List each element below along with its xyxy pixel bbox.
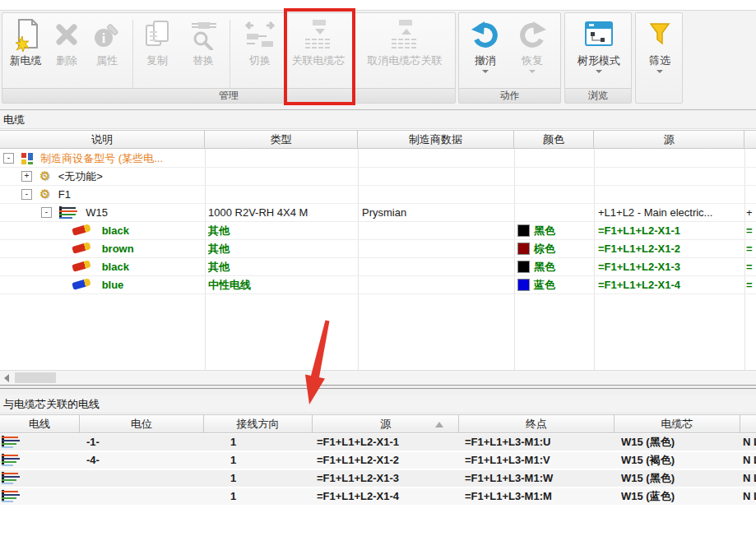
switch-icon (238, 15, 282, 54)
cell-direction: 1 (230, 434, 309, 451)
column-header-wire-source[interactable]: 源 (313, 415, 459, 433)
wire-crayon-icon (72, 242, 91, 254)
wire-row-4[interactable]: 1 =F1+L1+L2-X1-4 =F1+L1+L3-M1:M W15 (蓝色)… (0, 488, 756, 505)
cell-endpoint: =F1+L1+L3-M1:V (465, 452, 611, 469)
filter-dropdown-arrow[interactable] (656, 70, 663, 73)
wire-row-1[interactable]: -1- 1 =F1+L1+L2-X1-1 =F1+L1+L3-M1:U W15 … (0, 434, 756, 451)
wire-crayon-icon (72, 278, 91, 290)
redo-button[interactable]: 恢复 (510, 15, 554, 89)
column-header-potential[interactable]: 电位 (80, 415, 204, 433)
ribbon-group-label-browse: 浏览 (565, 88, 631, 103)
filter-button[interactable]: 筛选 (639, 15, 680, 89)
color-name: 棕色 (534, 243, 555, 255)
column-header-description[interactable]: 说明 (0, 131, 205, 149)
column-header-wire[interactable]: 电线 (0, 415, 80, 433)
expand-toggle[interactable]: + (21, 171, 32, 182)
cell-cutoff: N L (743, 434, 756, 451)
wire-row-3[interactable]: 1 =F1+L1+L2-X1-3 =F1+L1+L3-M1:W W15 (黑色)… (0, 470, 756, 487)
column-header-color[interactable]: 颜色 (514, 131, 594, 149)
filter-icon (639, 15, 680, 54)
cell-cutoff: = (746, 222, 756, 239)
annotation-highlight-box (284, 8, 355, 105)
scrollbar-left-button[interactable] (0, 371, 13, 385)
column-header-core[interactable]: 电缆芯 (615, 415, 740, 433)
new-cable-icon (2, 15, 49, 54)
delete-label: 删除 (49, 54, 85, 67)
undo-button[interactable]: 撤消 (463, 15, 508, 89)
cell-potential: -4- (86, 452, 202, 469)
cell-type: 其他 (208, 258, 355, 275)
function-gear-icon: ⚙ (39, 170, 50, 182)
unlink-cores-icon (356, 15, 453, 54)
cell-direction: 1 (230, 452, 309, 469)
color-swatch (517, 279, 530, 291)
ribbon-group-manage: 新电缆 删除 i 属性 (2, 12, 456, 104)
tree-row-no-function[interactable]: + ⚙ <无功能> (0, 168, 756, 186)
cell-type: 其他 (208, 240, 355, 257)
delete-button[interactable]: 删除 (49, 15, 85, 89)
tree-row-core-brown[interactable]: brown 其他 棕色 =F1+L1+L2-X1-2 = (0, 240, 756, 258)
tree-row-cable-w15[interactable]: - W15 1000 R2V-RH 4X4 M Prysmian +L1+L2 … (0, 204, 756, 222)
tree-row-core-black-1[interactable]: black 其他 黑色 =F1+L1+L2-X1-1 = (0, 222, 756, 240)
tree-row-manufacturer[interactable]: - 制造商设备型号 (某些电... (0, 150, 756, 168)
cell-endpoint: =F1+L1+L3-M1:M (465, 488, 611, 505)
undo-dropdown-arrow[interactable] (482, 70, 489, 73)
expand-toggle[interactable]: - (21, 189, 32, 200)
wire-row-2[interactable]: -4- 1 =F1+L1+L2-X1-2 =F1+L1+L3-M1:V W15 … (0, 452, 756, 469)
cell-endpoint: =F1+L1+L3-M1:U (465, 434, 611, 451)
row-description: F1 (58, 188, 71, 201)
replace-button[interactable]: 替换 (182, 15, 225, 89)
tree-row-core-black-2[interactable]: black 其他 黑色 =F1+L1+L2-X1-3 = (0, 258, 756, 276)
ribbon-group-filter: 筛选 (635, 12, 683, 104)
column-header-manufacturer[interactable]: 制造商数据 (358, 131, 514, 149)
unlink-cores-button[interactable]: 取消电缆芯关联 (356, 15, 453, 89)
row-description: blue (102, 279, 124, 291)
ribbon-separator (132, 20, 133, 98)
tree-mode-dropdown-arrow[interactable] (596, 70, 602, 73)
horizontal-scrollbar[interactable] (0, 370, 756, 385)
column-header-source[interactable]: 源 (594, 131, 744, 149)
cell-core: W15 (蓝色) (621, 488, 739, 505)
copy-label: 复制 (135, 54, 179, 67)
color-swatch (517, 243, 530, 255)
cell-type: 中性电线 (208, 276, 355, 293)
color-swatch (517, 224, 530, 237)
ribbon-group-label-action: 动作 (459, 88, 560, 103)
column-header-cutoff[interactable] (744, 131, 756, 149)
switch-button[interactable]: 切换 (238, 15, 282, 89)
properties-button[interactable]: i 属性 (85, 15, 129, 89)
switch-label: 切换 (238, 54, 282, 67)
expand-toggle[interactable]: - (41, 207, 52, 218)
copy-button[interactable]: 复制 (135, 15, 179, 89)
cell-core: W15 (褐色) (621, 452, 739, 469)
cable-icon (59, 206, 77, 219)
svg-text:i: i (102, 31, 106, 45)
expand-toggle[interactable]: - (3, 153, 14, 164)
column-header-cutoff[interactable] (740, 415, 756, 433)
tree-row-f1[interactable]: - ⚙ F1 (0, 186, 756, 204)
tree-mode-button[interactable]: 树形模式 (568, 15, 629, 89)
cell-cutoff: + (746, 204, 756, 221)
ribbon-group-browse: 树形模式 浏览 (564, 12, 632, 104)
cell-cutoff: = (746, 276, 756, 293)
wire-icon (2, 436, 20, 448)
column-header-endpoint[interactable]: 终点 (459, 415, 615, 433)
column-header-type[interactable]: 类型 (205, 131, 358, 149)
cell-cutoff: N L (743, 470, 756, 487)
cable-manager-window: 新电缆 删除 i 属性 (0, 0, 756, 536)
redo-icon (510, 15, 554, 54)
redo-dropdown-arrow[interactable] (529, 70, 536, 73)
ribbon-toolbar: 新电缆 删除 i 属性 (0, 0, 756, 110)
cell-potential: -1- (86, 434, 202, 451)
cell-source: =F1+L1+L2-X1-4 (317, 488, 457, 505)
replace-label: 替换 (182, 54, 225, 67)
wires-table-header: 电线 电位 接线方向 源 终点 电缆芯 (0, 414, 756, 433)
panel-splitter[interactable] (0, 385, 756, 395)
cell-direction: 1 (230, 470, 309, 487)
row-description: black (102, 261, 129, 273)
tree-row-core-blue[interactable]: blue 中性电线 蓝色 =F1+L1+L2-X1-4 = (0, 276, 756, 294)
column-header-direction[interactable]: 接线方向 (204, 415, 313, 433)
new-cable-button[interactable]: 新电缆 (2, 15, 49, 89)
unlink-cores-label: 取消电缆芯关联 (356, 54, 453, 67)
scrollbar-thumb[interactable] (15, 372, 56, 383)
